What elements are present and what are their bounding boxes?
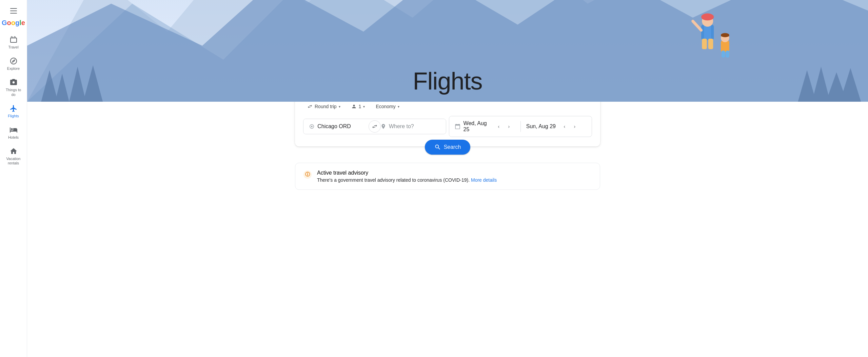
class-arrow: ▾ bbox=[398, 105, 399, 108]
passengers-label: 1 bbox=[359, 104, 361, 109]
svg-point-38 bbox=[311, 126, 312, 127]
class-button[interactable]: Economy ▾ bbox=[372, 102, 403, 111]
advisory-icon: ⓘ bbox=[303, 171, 312, 179]
svg-point-26 bbox=[701, 14, 714, 21]
svg-rect-28 bbox=[721, 41, 729, 52]
search-row: Wed, Aug 25 ‹ › Sun, Aug 29 ‹ › bbox=[303, 116, 592, 137]
flight-icon bbox=[9, 104, 18, 113]
svg-rect-30 bbox=[726, 51, 729, 58]
sidebar-item-hotels-label: Hotels bbox=[8, 135, 19, 140]
return-date-wrapper[interactable]: Sun, Aug 29 ‹ › bbox=[521, 118, 592, 135]
search-button[interactable]: Search bbox=[425, 140, 471, 155]
swap-button[interactable] bbox=[369, 120, 381, 133]
depart-date-next[interactable]: › bbox=[504, 122, 514, 131]
vacation-icon bbox=[9, 147, 18, 155]
sidebar-item-things-to-do-label: Things to do bbox=[4, 88, 23, 97]
round-trip-icon bbox=[307, 104, 313, 109]
depart-date: Wed, Aug 25 bbox=[463, 120, 490, 133]
search-button-container: Search bbox=[34, 140, 861, 155]
advisory-title: Active travel advisory bbox=[317, 170, 497, 176]
google-logo: Google bbox=[2, 19, 25, 27]
search-button-label: Search bbox=[444, 144, 461, 150]
location-inputs bbox=[303, 119, 446, 134]
camera-icon bbox=[9, 78, 18, 86]
sidebar-item-travel[interactable]: Travel bbox=[1, 32, 26, 53]
trip-type-arrow: ▾ bbox=[339, 105, 340, 108]
svg-rect-29 bbox=[722, 51, 725, 58]
calendar-icon bbox=[455, 123, 460, 130]
svg-point-32 bbox=[721, 33, 729, 37]
trip-type-label: Round trip bbox=[315, 104, 337, 109]
page-title: Flights bbox=[413, 67, 482, 95]
sidebar-item-hotels[interactable]: Hotels bbox=[1, 122, 26, 143]
origin-input-wrapper[interactable] bbox=[303, 119, 375, 134]
search-icon bbox=[434, 144, 441, 151]
main-content: Flights Round trip ▾ 1 ▾ bbox=[27, 0, 868, 357]
origin-field[interactable] bbox=[317, 123, 369, 130]
sidebar-item-explore[interactable]: Explore bbox=[1, 54, 26, 74]
destination-input-wrapper[interactable] bbox=[375, 119, 446, 134]
class-label: Economy bbox=[376, 104, 395, 109]
person-icon bbox=[351, 104, 357, 109]
passengers-arrow: ▾ bbox=[363, 105, 365, 108]
trip-type-button[interactable]: Round trip ▾ bbox=[303, 102, 344, 111]
advisory-card: ⓘ Active travel advisory There's a gover… bbox=[295, 163, 600, 190]
return-date-nav: ‹ › bbox=[558, 122, 581, 131]
hamburger-menu[interactable] bbox=[7, 4, 20, 18]
return-date: Sun, Aug 29 bbox=[526, 123, 556, 130]
search-options-row: Round trip ▾ 1 ▾ Economy ▾ bbox=[303, 102, 592, 111]
depart-date-prev[interactable]: ‹ bbox=[494, 122, 504, 131]
destination-icon bbox=[380, 123, 386, 130]
destination-field[interactable] bbox=[389, 123, 441, 130]
sidebar-item-flights[interactable]: Flights bbox=[1, 101, 26, 122]
sidebar: Google Travel Explore Things to do bbox=[0, 0, 27, 357]
sidebar-item-explore-label: Explore bbox=[7, 66, 20, 71]
svg-rect-24 bbox=[708, 39, 713, 49]
sidebar-item-vacation-rentals[interactable]: Vacation rentals bbox=[1, 144, 26, 169]
content-area: Round trip ▾ 1 ▾ Economy ▾ bbox=[27, 102, 868, 357]
svg-rect-23 bbox=[702, 39, 707, 49]
date-inputs: Wed, Aug 25 ‹ › Sun, Aug 29 ‹ › bbox=[449, 116, 592, 137]
origin-icon bbox=[309, 123, 315, 130]
advisory-body-text: There's a government travel advisory rel… bbox=[317, 177, 470, 183]
sidebar-item-vacation-rentals-label: Vacation rentals bbox=[4, 157, 23, 165]
depart-date-nav: ‹ › bbox=[493, 122, 515, 131]
return-date-next[interactable]: › bbox=[570, 122, 579, 131]
hotel-icon bbox=[9, 126, 18, 134]
swap-icon bbox=[372, 123, 378, 130]
advisory-content: Active travel advisory There's a governm… bbox=[317, 170, 497, 183]
hero-banner: Flights bbox=[27, 0, 868, 102]
advisory-more-details-link[interactable]: More details bbox=[471, 177, 497, 183]
return-date-prev[interactable]: ‹ bbox=[560, 122, 569, 131]
depart-date-wrapper[interactable]: Wed, Aug 25 ‹ › bbox=[449, 116, 520, 137]
sidebar-item-flights-label: Flights bbox=[8, 114, 19, 118]
advisory-body: There's a government travel advisory rel… bbox=[317, 177, 497, 183]
passengers-button[interactable]: 1 ▾ bbox=[347, 102, 369, 111]
explore-icon bbox=[9, 57, 18, 65]
luggage-icon bbox=[9, 36, 18, 44]
sidebar-item-things-to-do[interactable]: Things to do bbox=[1, 75, 26, 100]
sidebar-item-travel-label: Travel bbox=[8, 45, 18, 49]
